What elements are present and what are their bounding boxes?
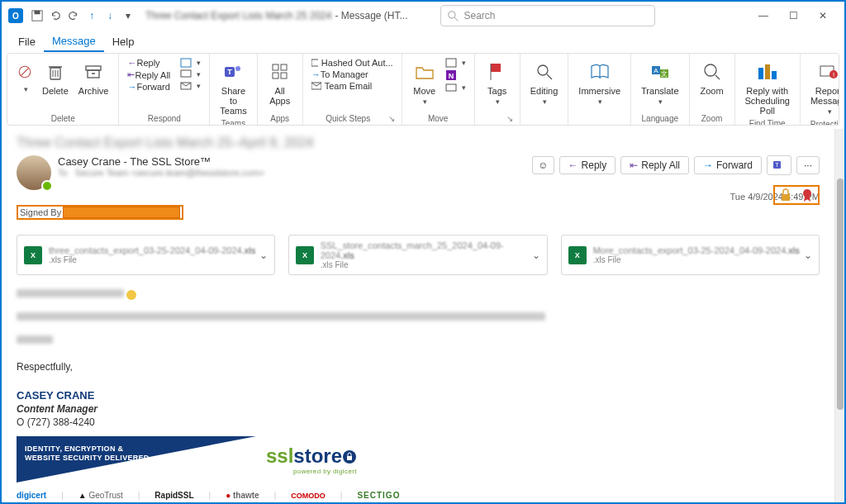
- reply-pill-button[interactable]: ←Reply: [559, 156, 616, 174]
- svg-point-49: [803, 189, 811, 197]
- customize-qat-icon[interactable]: ▾: [119, 7, 137, 25]
- forward-button[interactable]: →Forward: [124, 81, 173, 93]
- attachment-item[interactable]: X three_contacts_export_03-25-2024_04-09…: [17, 235, 275, 275]
- attachment-list: X three_contacts_export_03-25-2024_04-09…: [17, 235, 820, 275]
- reactions-button[interactable]: ☺: [532, 156, 554, 174]
- svg-line-5: [21, 69, 29, 76]
- svg-point-32: [538, 65, 548, 75]
- outlook-icon: O: [8, 8, 23, 23]
- svg-text:N: N: [448, 72, 454, 80]
- quickstep-to-manager[interactable]: →To Manager: [308, 69, 397, 80]
- xls-file-icon: X: [24, 246, 42, 264]
- reply-button[interactable]: ←Reply: [124, 57, 173, 69]
- subject-line: Three Contact Export Lists March 25–Apri…: [17, 136, 820, 150]
- archive-button[interactable]: Archive: [74, 57, 114, 97]
- sender-avatar[interactable]: [17, 155, 51, 190]
- svg-rect-23: [281, 73, 287, 78]
- signed-by-value-redacted: [63, 207, 180, 218]
- window-title-blurred: Three Contact Export Lists March 25 2024: [145, 10, 331, 21]
- ribbon-group-findtime: Reply with Scheduling Poll Find Time: [735, 54, 801, 125]
- ribbon-group-delete: ▾ Delete Archive Delete: [7, 54, 119, 125]
- signature-name: CASEY CRANE: [17, 389, 820, 402]
- translate-button[interactable]: A文 Translate▾: [636, 57, 683, 108]
- svg-text:T: T: [228, 68, 233, 76]
- presence-badge-icon: [41, 180, 53, 192]
- svg-text:文: 文: [661, 70, 668, 78]
- close-button[interactable]: ✕: [808, 4, 838, 27]
- security-icons-highlight: [773, 185, 820, 205]
- magnifier-icon: [535, 63, 554, 81]
- zoom-button[interactable]: Zoom: [695, 57, 730, 97]
- archive-icon: [83, 62, 103, 82]
- rules-button[interactable]: ▾: [442, 57, 469, 69]
- report-message-button[interactable]: ! Report Message ▾: [806, 57, 839, 118]
- attachment-item[interactable]: X More_contacts_export_03-25-2024_04-09-…: [561, 235, 820, 275]
- svg-text:T: T: [775, 162, 779, 168]
- quickstep-team-email[interactable]: Team Email: [308, 80, 397, 92]
- ignore-button[interactable]: ▾: [12, 57, 37, 95]
- scheduling-poll-button[interactable]: Reply with Scheduling Poll: [740, 57, 795, 117]
- minimize-button[interactable]: —: [749, 4, 778, 27]
- more-respond-button[interactable]: ▾: [177, 80, 204, 92]
- editing-button[interactable]: Editing▾: [525, 57, 563, 108]
- svg-rect-41: [765, 64, 770, 79]
- tab-file[interactable]: File: [10, 32, 44, 51]
- ribbon-group-zoom: Zoom Zoom: [690, 54, 735, 125]
- chevron-down-icon[interactable]: ⌄: [259, 250, 268, 261]
- search-input[interactable]: Search: [440, 5, 655, 26]
- sslstore-logo: sslstore powered by digicert: [266, 445, 357, 475]
- share-to-teams-button[interactable]: T Share to Teams: [215, 57, 251, 117]
- reply-all-pill-button[interactable]: ⇤Reply All: [620, 156, 689, 174]
- poll-icon: [757, 63, 778, 81]
- svg-rect-14: [181, 59, 191, 67]
- tags-button[interactable]: Tags▾: [480, 57, 515, 108]
- svg-rect-51: [347, 456, 352, 460]
- ribbon-group-immersive: Immersive▾: [568, 54, 631, 125]
- actions-button[interactable]: ▾: [442, 82, 469, 93]
- prev-arrow-icon[interactable]: ↑: [83, 7, 101, 25]
- menu-tabs: File Message Help: [2, 30, 844, 53]
- svg-rect-26: [446, 59, 456, 67]
- redo-icon[interactable]: [64, 7, 83, 25]
- all-apps-button[interactable]: All Apps: [263, 57, 297, 107]
- onenote-button[interactable]: N: [442, 69, 469, 82]
- svg-rect-11: [86, 66, 101, 70]
- meeting-button[interactable]: ▾: [177, 57, 204, 69]
- svg-text:A: A: [654, 67, 658, 74]
- svg-rect-1: [35, 11, 40, 14]
- immersive-button[interactable]: Immersive▾: [573, 57, 625, 108]
- tab-message[interactable]: Message: [44, 31, 104, 52]
- ribbon-group-move: Move▾ ▾ N ▾ Move: [402, 54, 475, 125]
- maximize-button[interactable]: ☐: [778, 4, 808, 27]
- chevron-down-icon[interactable]: ⌄: [532, 250, 540, 261]
- lock-icon[interactable]: [780, 188, 791, 202]
- signature-closing: Respectfully,: [17, 361, 820, 373]
- teams-chat-button[interactable]: T: [767, 155, 791, 175]
- title-bar: O ↑ ↓ ▾ Three Contact Export Lists March…: [2, 2, 844, 30]
- svg-rect-15: [181, 70, 191, 77]
- svg-point-38: [705, 64, 716, 76]
- forward-pill-button[interactable]: →Forward: [694, 156, 762, 174]
- im-reply-button[interactable]: ▾: [177, 69, 204, 80]
- tab-help[interactable]: Help: [104, 32, 143, 51]
- chevron-down-icon[interactable]: ⌄: [804, 250, 812, 261]
- save-icon[interactable]: [28, 7, 46, 25]
- vertical-scrollbar[interactable]: [834, 129, 844, 502]
- next-arrow-icon[interactable]: ↓: [101, 7, 119, 25]
- ribbon-group-teams: T Share to Teams Teams: [210, 54, 257, 125]
- xls-file-icon: X: [568, 246, 587, 264]
- quicksteps-launcher-icon[interactable]: ↘: [388, 114, 397, 123]
- quickstep-hashed-out[interactable]: Hashed Out Aut...: [308, 57, 397, 69]
- more-actions-button[interactable]: ···: [796, 156, 820, 174]
- reply-all-button[interactable]: ⇤Reply All: [124, 69, 173, 81]
- scrollbar-thumb[interactable]: [837, 178, 844, 410]
- attachment-item[interactable]: X SSL_store_contacts_march_25_2024_04-09…: [288, 235, 547, 275]
- move-button[interactable]: Move▾: [407, 57, 442, 108]
- delete-button[interactable]: Delete: [37, 57, 74, 97]
- tags-launcher-icon[interactable]: ↘: [480, 114, 515, 123]
- trash-icon: [45, 62, 65, 82]
- svg-rect-48: [782, 194, 790, 201]
- signature-title: Content Manager: [17, 403, 820, 415]
- signature-ribbon-icon[interactable]: [801, 188, 813, 202]
- undo-icon[interactable]: [46, 7, 64, 25]
